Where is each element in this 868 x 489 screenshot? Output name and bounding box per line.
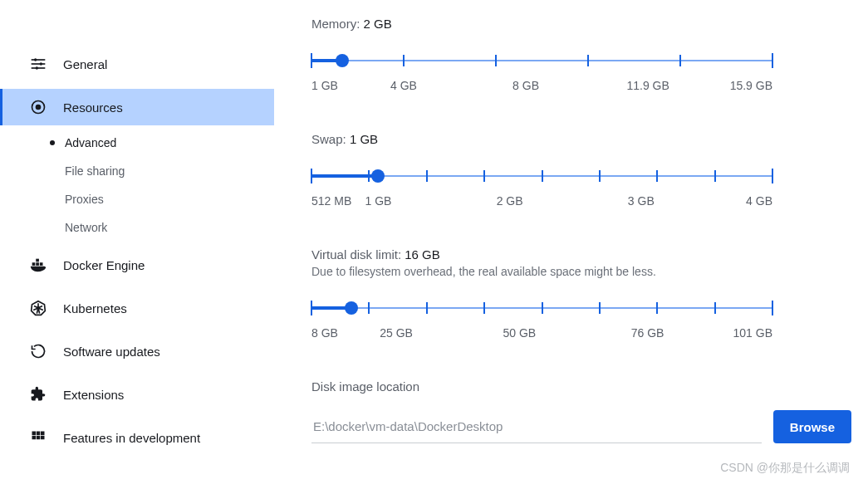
slider-tick bbox=[599, 302, 601, 314]
disk-location-path[interactable] bbox=[311, 410, 762, 443]
sidebar-subitem-proxies[interactable]: Proxies bbox=[65, 185, 274, 213]
slider-tick bbox=[772, 301, 773, 315]
sliders-icon bbox=[28, 54, 48, 74]
vdisk-slider[interactable] bbox=[311, 298, 772, 318]
sidebar-item-label: Features in development bbox=[63, 431, 200, 445]
resources-submenu: Advanced File sharing Proxies Network bbox=[0, 129, 274, 242]
slider-tick bbox=[714, 302, 716, 314]
svg-rect-26 bbox=[41, 436, 45, 440]
sidebar-item-general[interactable]: General bbox=[0, 46, 274, 82]
svg-rect-10 bbox=[40, 262, 43, 266]
svg-rect-22 bbox=[37, 432, 41, 436]
scale-label: 1 GB bbox=[365, 194, 392, 208]
slider-tick bbox=[679, 55, 681, 66]
swap-slider[interactable] bbox=[311, 166, 772, 186]
grid-icon bbox=[28, 428, 48, 447]
scale-label: 2 GB bbox=[497, 194, 523, 208]
slider-tick bbox=[426, 170, 428, 182]
scale-label: 8 GB bbox=[311, 326, 338, 340]
scale-label: 4 GB bbox=[746, 194, 772, 208]
sidebar-item-features-dev[interactable]: Features in development bbox=[0, 419, 274, 456]
slider-tick bbox=[599, 170, 601, 182]
svg-rect-2 bbox=[32, 63, 46, 65]
svg-rect-24 bbox=[32, 436, 37, 440]
swap-section: Swap: 1 GB 512 MB1 GB2 GB3 GB4 GB bbox=[311, 132, 851, 209]
scale-label: 25 GB bbox=[380, 326, 413, 340]
slider-tick bbox=[311, 301, 312, 315]
slider-tick bbox=[368, 302, 370, 314]
slider-tick bbox=[311, 169, 312, 183]
slider-tick bbox=[311, 53, 312, 68]
memory-section: Memory: 2 GB 1 GB4 GB8 GB11.9 GB15.9 GB bbox=[311, 17, 851, 94]
sidebar-item-extensions[interactable]: Extensions bbox=[0, 376, 274, 413]
scale-label: 11.9 GB bbox=[626, 79, 669, 92]
sidebar-item-software-updates[interactable]: Software updates bbox=[0, 333, 274, 369]
slider-thumb[interactable] bbox=[336, 54, 349, 67]
sidebar-item-label: Software updates bbox=[63, 345, 160, 359]
svg-point-5 bbox=[36, 66, 38, 69]
slider-tick bbox=[587, 55, 589, 66]
slider-tick bbox=[772, 169, 773, 183]
settings-main: Memory: 2 GB 1 GB4 GB8 GB11.9 GB15.9 GB … bbox=[274, 0, 868, 489]
slider-thumb[interactable] bbox=[371, 169, 385, 183]
scale-label: 3 GB bbox=[628, 194, 655, 208]
slider-tick bbox=[772, 53, 773, 68]
update-icon bbox=[28, 341, 48, 361]
slider-tick bbox=[483, 170, 485, 182]
scale-label: 15.9 GB bbox=[730, 79, 772, 92]
swap-title: Swap: 1 GB bbox=[311, 132, 851, 146]
slider-tick bbox=[656, 302, 658, 314]
svg-point-7 bbox=[37, 105, 41, 110]
svg-rect-9 bbox=[36, 262, 39, 266]
docker-engine-icon bbox=[28, 255, 48, 275]
sidebar-item-label: Resources bbox=[63, 100, 123, 115]
svg-rect-11 bbox=[36, 259, 39, 262]
scale-label: 4 GB bbox=[390, 79, 417, 92]
sidebar-item-label: Extensions bbox=[63, 388, 124, 402]
memory-scale: 1 GB4 GB8 GB11.9 GB15.9 GB bbox=[311, 79, 772, 94]
sidebar-item-label: General bbox=[63, 57, 107, 71]
puzzle-icon bbox=[28, 384, 48, 404]
vdisk-scale: 8 GB25 GB50 GB76 GB101 GB bbox=[311, 326, 772, 341]
slider-tick bbox=[483, 302, 485, 314]
sidebar-item-resources[interactable]: Resources bbox=[0, 89, 274, 125]
resources-icon bbox=[28, 97, 48, 117]
scale-label: 512 MB bbox=[311, 194, 351, 208]
vdisk-title: Virtual disk limit: 16 GB bbox=[311, 247, 851, 262]
slider-thumb[interactable] bbox=[345, 301, 358, 315]
sidebar-subitem-network[interactable]: Network bbox=[65, 213, 274, 242]
disk-location-section: Disk image location Browse bbox=[311, 379, 851, 443]
browse-button[interactable]: Browse bbox=[773, 410, 851, 443]
memory-slider[interactable] bbox=[311, 51, 772, 71]
slider-tick bbox=[656, 170, 658, 182]
slider-tick bbox=[542, 302, 543, 314]
vdisk-section: Virtual disk limit: 16 GB Due to filesys… bbox=[311, 247, 851, 341]
scale-label: 8 GB bbox=[512, 79, 539, 92]
svg-point-1 bbox=[34, 58, 37, 61]
scale-label: 76 GB bbox=[631, 326, 664, 340]
svg-rect-8 bbox=[32, 262, 36, 266]
svg-rect-23 bbox=[41, 432, 45, 436]
scale-label: 1 GB bbox=[311, 79, 338, 92]
disk-location-title: Disk image location bbox=[311, 379, 851, 394]
settings-sidebar: General Resources Advanced File sharing … bbox=[0, 0, 274, 489]
svg-point-3 bbox=[40, 62, 42, 65]
slider-tick bbox=[714, 170, 716, 182]
sidebar-item-kubernetes[interactable]: Kubernetes bbox=[0, 290, 274, 326]
vdisk-note: Due to filesystem overhead, the real ava… bbox=[311, 265, 851, 278]
swap-scale: 512 MB1 GB2 GB3 GB4 GB bbox=[311, 194, 772, 209]
scale-label: 50 GB bbox=[503, 326, 536, 340]
sidebar-subitem-file-sharing[interactable]: File sharing bbox=[65, 157, 274, 185]
sidebar-subitem-advanced[interactable]: Advanced bbox=[65, 129, 274, 157]
slider-tick bbox=[403, 55, 405, 66]
slider-tick bbox=[426, 302, 428, 314]
svg-rect-0 bbox=[32, 59, 46, 61]
slider-tick bbox=[495, 55, 497, 66]
kubernetes-icon bbox=[28, 298, 48, 318]
svg-rect-21 bbox=[32, 432, 37, 436]
svg-rect-25 bbox=[37, 436, 41, 440]
sidebar-item-docker-engine[interactable]: Docker Engine bbox=[0, 247, 274, 283]
slider-tick bbox=[368, 170, 370, 182]
memory-title: Memory: 2 GB bbox=[311, 17, 851, 31]
sidebar-item-label: Docker Engine bbox=[63, 258, 145, 272]
